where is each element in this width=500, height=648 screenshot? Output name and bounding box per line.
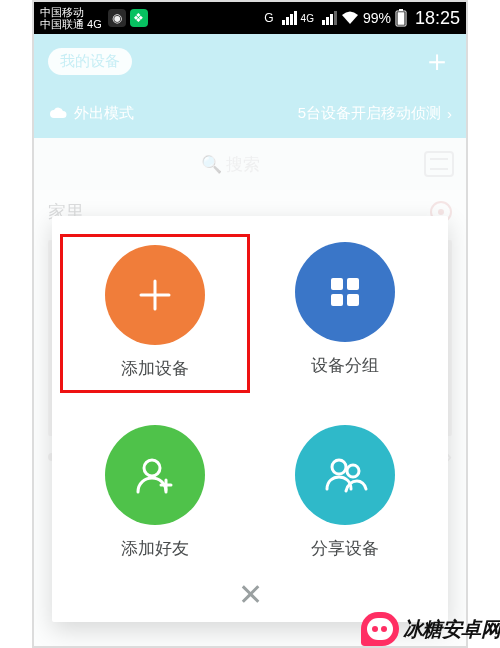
watermark-text: 冰糖安卓网 (403, 616, 501, 643)
add-menu-modal: 添加设备 设备分组 添加好友 (52, 216, 448, 622)
svg-rect-5 (331, 294, 343, 306)
tile-add-device-label: 添加设备 (121, 357, 189, 380)
svg-rect-4 (347, 278, 359, 290)
carrier-2: 中国联通 4G (40, 18, 102, 30)
watermark: 冰糖安卓网 (361, 612, 501, 646)
svg-rect-3 (331, 278, 343, 290)
tile-add-friend[interactable]: 添加好友 (60, 417, 250, 570)
signal-2-icon (322, 11, 337, 25)
svg-point-7 (144, 460, 160, 476)
phone-frame: 中国移动 中国联通 4G ◉ ❖ G 4G 99% 18:25 我的设备 ＋ (32, 0, 468, 648)
clock: 18:25 (415, 8, 460, 29)
wechat-icon: ❖ (130, 9, 148, 27)
svg-rect-2 (397, 12, 404, 25)
svg-rect-6 (347, 294, 359, 306)
close-button[interactable]: ✕ (233, 580, 267, 614)
svg-point-8 (332, 460, 346, 474)
carrier-labels: 中国移动 中国联通 4G (40, 6, 102, 30)
net-4g-icon: 4G (301, 13, 314, 24)
status-app-icons: ◉ ❖ (108, 9, 148, 27)
tile-share-device-label: 分享设备 (311, 537, 379, 560)
tile-add-friend-label: 添加好友 (121, 537, 189, 560)
battery-percent: 99% (363, 10, 391, 26)
tile-device-group[interactable]: 设备分组 (250, 234, 440, 393)
status-bar: 中国移动 中国联通 4G ◉ ❖ G 4G 99% 18:25 (34, 2, 466, 34)
tile-add-device[interactable]: 添加设备 (60, 234, 250, 393)
plus-icon (105, 245, 205, 345)
tile-share-device[interactable]: 分享设备 (250, 417, 440, 570)
signal-1-icon (282, 11, 297, 25)
browser-icon: ◉ (108, 9, 126, 27)
battery-icon (395, 9, 407, 27)
share-icon (295, 425, 395, 525)
carrier-1: 中国移动 (40, 6, 102, 18)
svg-point-9 (347, 465, 359, 477)
add-friend-icon (105, 425, 205, 525)
app-background: 我的设备 ＋ 外出模式 5台设备开启移动侦测 › 🔍搜索 家里 (34, 34, 466, 646)
tile-device-group-label: 设备分组 (311, 354, 379, 377)
wifi-icon (341, 11, 359, 25)
net-g-icon: G (264, 11, 273, 25)
close-icon: ✕ (238, 578, 263, 611)
status-right: G 4G 99% 18:25 (264, 8, 460, 29)
grid-icon (295, 242, 395, 342)
watermark-logo-icon (361, 612, 399, 646)
